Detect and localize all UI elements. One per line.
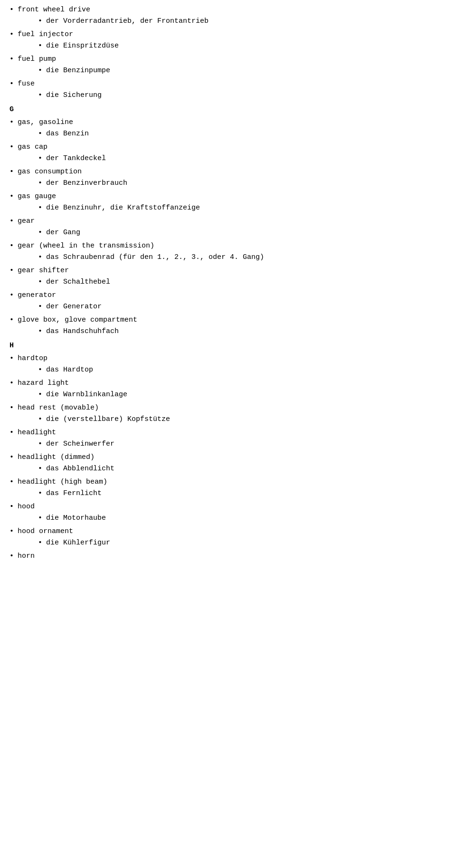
- list-item: •generator•der Generator: [10, 290, 446, 312]
- term-line: •hardtop: [10, 353, 446, 364]
- translation-bullet-icon: •: [38, 129, 42, 140]
- list-item: •headlight (dimmed)•das Abblendlicht: [10, 452, 446, 474]
- translation-text: die Einspritzdüse: [46, 41, 119, 52]
- translation-bullet-icon: •: [38, 464, 42, 475]
- term-text: gear shifter: [18, 266, 69, 277]
- translation-line: •die Motorhaube: [38, 513, 446, 524]
- translation-bullet-icon: •: [38, 414, 42, 425]
- translation-line: •die Sicherung: [38, 90, 446, 101]
- bullet-icon: •: [10, 117, 14, 128]
- term-line: •gas cap: [10, 142, 446, 153]
- translation-line: •das Schraubenrad (für den 1., 2., 3., o…: [38, 252, 446, 263]
- translation-bullet-icon: •: [38, 16, 42, 27]
- list-item: •glove box, glove compartment•das Handsc…: [10, 315, 446, 337]
- translation-bullet-icon: •: [38, 41, 42, 52]
- term-line: •hood ornament: [10, 526, 446, 537]
- translation-text: der Schalthebel: [46, 277, 110, 288]
- translation-line: •der Gang: [38, 228, 446, 238]
- bullet-icon: •: [10, 79, 14, 90]
- term-text: hardtop: [18, 353, 48, 364]
- translation-text: der Scheinwerfer: [46, 439, 114, 450]
- bullet-icon: •: [10, 315, 14, 326]
- term-line: •head rest (movable): [10, 403, 446, 414]
- list-item: •fuel pump•die Benzinpumpe: [10, 54, 446, 76]
- term-text: gas consumption: [18, 167, 82, 178]
- bullet-icon: •: [10, 5, 14, 16]
- term-line: •hood: [10, 502, 446, 513]
- list-item: •gear•der Gang: [10, 216, 446, 238]
- bullet-icon: •: [10, 452, 14, 463]
- translation-line: •der Tankdeckel: [38, 153, 446, 164]
- term-line: •gear (wheel in the transmission): [10, 241, 446, 252]
- term-line: •gear: [10, 216, 446, 227]
- bullet-icon: •: [10, 477, 14, 488]
- term-line: •headlight (high beam): [10, 477, 446, 488]
- translation-line: •der Generator: [38, 302, 446, 313]
- translation-bullet-icon: •: [38, 326, 42, 337]
- list-item: •gas, gasoline•das Benzin: [10, 117, 446, 139]
- translation-text: der Vorderradantrieb, der Frontantrieb: [46, 16, 209, 27]
- term-text: headlight: [18, 428, 56, 439]
- bullet-icon: •: [10, 428, 14, 439]
- translation-bullet-icon: •: [38, 390, 42, 401]
- translation-bullet-icon: •: [38, 66, 42, 76]
- translation-text: das Abblendlicht: [46, 464, 114, 475]
- term-text: gas, gasoline: [18, 117, 73, 128]
- term-line: •hazard light: [10, 378, 446, 389]
- section-letter-h: H: [10, 342, 446, 350]
- translation-text: die Kühlerfigur: [46, 538, 110, 549]
- list-item: •hood•die Motorhaube: [10, 502, 446, 524]
- list-item: •hazard light•die Warnblinkanlage: [10, 378, 446, 400]
- translation-text: die Benzinuhr, die Kraftstoffanzeige: [46, 203, 200, 214]
- translation-text: der Tankdeckel: [46, 153, 106, 164]
- translation-line: •die (verstellbare) Kopfstütze: [38, 414, 446, 425]
- list-item: •hardtop•das Hardtop: [10, 353, 446, 375]
- bullet-icon: •: [10, 551, 14, 562]
- translation-bullet-icon: •: [38, 439, 42, 450]
- translation-bullet-icon: •: [38, 203, 42, 214]
- list-item: •headlight (high beam)•das Fernlicht: [10, 477, 446, 499]
- term-text: horn: [18, 551, 35, 562]
- translation-bullet-icon: •: [38, 252, 42, 263]
- translation-bullet-icon: •: [38, 302, 42, 313]
- translation-bullet-icon: •: [38, 90, 42, 101]
- translation-bullet-icon: •: [38, 488, 42, 499]
- translation-line: •das Hardtop: [38, 365, 446, 376]
- translation-text: die Benzinpumpe: [46, 66, 110, 76]
- term-text: hood: [18, 502, 35, 513]
- translation-line: •das Abblendlicht: [38, 464, 446, 475]
- translation-line: •die Kühlerfigur: [38, 538, 446, 549]
- term-text: gear: [18, 216, 35, 227]
- translation-line: •der Benzinverbrauch: [38, 178, 446, 189]
- translation-text: das Benzin: [46, 129, 89, 140]
- term-text: gas cap: [18, 142, 48, 153]
- term-line: •horn: [10, 551, 446, 562]
- term-text: hazard light: [18, 378, 69, 389]
- term-text: glove box, glove compartment: [18, 315, 137, 326]
- translation-text: das Fernlicht: [46, 488, 102, 499]
- translation-bullet-icon: •: [38, 365, 42, 376]
- term-line: •gas, gasoline: [10, 117, 446, 128]
- term-line: •headlight: [10, 428, 446, 439]
- translation-line: •die Benzinuhr, die Kraftstoffanzeige: [38, 203, 446, 214]
- term-text: front wheel drive: [18, 5, 90, 16]
- translation-text: der Benzinverbrauch: [46, 178, 127, 189]
- term-line: •fuel pump: [10, 54, 446, 65]
- bullet-icon: •: [10, 167, 14, 178]
- translation-line: •die Einspritzdüse: [38, 41, 446, 52]
- list-item: •gear shifter•der Schalthebel: [10, 266, 446, 287]
- translation-line: •das Fernlicht: [38, 488, 446, 499]
- term-line: •fuse: [10, 79, 446, 90]
- list-item: •fuse•die Sicherung: [10, 79, 446, 101]
- list-item: •fuel injector•die Einspritzdüse: [10, 29, 446, 51]
- translation-bullet-icon: •: [38, 538, 42, 549]
- translation-line: •der Vorderradantrieb, der Frontantrieb: [38, 16, 446, 27]
- term-line: •fuel injector: [10, 29, 446, 40]
- translation-text: die Sicherung: [46, 90, 102, 101]
- term-line: •front wheel drive: [10, 5, 446, 16]
- translation-text: die Motorhaube: [46, 513, 106, 524]
- term-text: headlight (high beam): [18, 477, 107, 488]
- translation-text: die (verstellbare) Kopfstütze: [46, 414, 170, 425]
- translation-line: •der Schalthebel: [38, 277, 446, 288]
- bullet-icon: •: [10, 378, 14, 389]
